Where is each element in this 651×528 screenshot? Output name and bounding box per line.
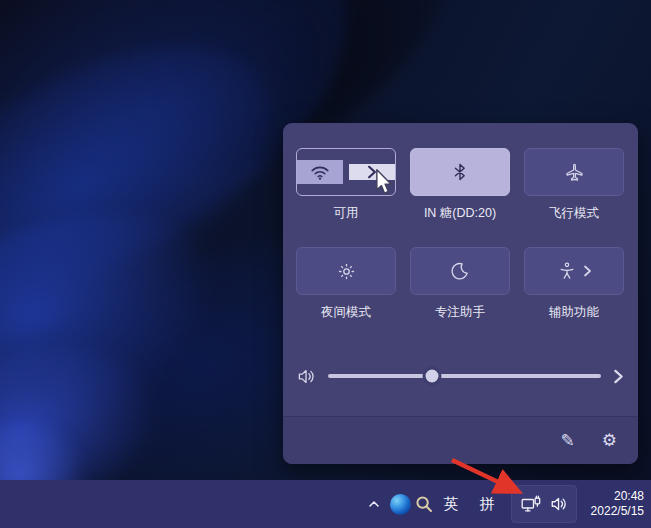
all-settings-gear-button[interactable]: ⚙ bbox=[602, 432, 617, 449]
tray-speaker-icon bbox=[550, 495, 568, 513]
volume-row bbox=[283, 363, 638, 389]
wifi-toggle-button[interactable] bbox=[297, 160, 343, 184]
wifi-icon bbox=[309, 161, 331, 183]
accessibility-tile[interactable] bbox=[524, 247, 624, 295]
tile-cell-focus-assist: 专注助手 bbox=[410, 247, 510, 321]
clock-time: 20:48 bbox=[591, 489, 644, 504]
bluetooth-tile-label: IN 糖(DD:20) bbox=[424, 205, 496, 222]
clock-date: 2022/5/15 bbox=[591, 504, 644, 519]
ime-mode-button[interactable]: 拼 bbox=[474, 480, 500, 528]
edge-icon bbox=[390, 494, 411, 515]
ime-language-button[interactable]: 英 bbox=[438, 480, 464, 528]
chevron-up-icon bbox=[366, 496, 382, 512]
airplane-mode-tile[interactable] bbox=[524, 148, 624, 196]
taskbar-clock[interactable]: 20:48 2022/5/15 bbox=[591, 480, 644, 528]
wifi-expand-button[interactable] bbox=[349, 164, 395, 180]
moon-icon bbox=[450, 261, 470, 281]
chevron-right-icon bbox=[366, 165, 378, 179]
volume-expand-chevron-icon[interactable] bbox=[613, 369, 624, 384]
edit-quick-settings-button[interactable]: ✎ bbox=[561, 432, 575, 449]
night-light-tile[interactable] bbox=[296, 247, 396, 295]
tile-cell-night-light: 夜间模式 bbox=[296, 247, 396, 321]
desktop: 可用 IN 糖(DD:20) 飞行模式 bbox=[0, 0, 651, 528]
quick-settings-tiles: 可用 IN 糖(DD:20) 飞行模式 bbox=[283, 123, 638, 321]
quick-settings-panel: 可用 IN 糖(DD:20) 飞行模式 bbox=[283, 123, 638, 464]
tile-cell-bluetooth: IN 糖(DD:20) bbox=[410, 148, 510, 222]
accessibility-icon bbox=[557, 261, 577, 281]
sun-icon bbox=[336, 261, 357, 282]
night-light-tile-label: 夜间模式 bbox=[321, 304, 371, 321]
system-tray-button[interactable] bbox=[511, 485, 577, 523]
volume-slider-track bbox=[328, 374, 601, 378]
chevron-right-icon bbox=[583, 265, 592, 277]
tile-cell-accessibility: 辅助功能 bbox=[524, 247, 624, 321]
search-icon bbox=[414, 494, 434, 514]
airplane-icon bbox=[564, 162, 585, 183]
focus-assist-tile-label: 专注助手 bbox=[435, 304, 485, 321]
network-icon bbox=[521, 495, 541, 513]
wifi-tile bbox=[296, 148, 396, 196]
focus-assist-tile[interactable] bbox=[410, 247, 510, 295]
volume-slider[interactable] bbox=[328, 363, 601, 389]
bluetooth-icon bbox=[450, 161, 470, 183]
tile-cell-wifi: 可用 bbox=[296, 148, 396, 222]
speaker-icon bbox=[297, 367, 316, 386]
wifi-tile-label: 可用 bbox=[334, 205, 359, 222]
bluetooth-tile[interactable] bbox=[410, 148, 510, 196]
taskbar: 英 拼 20:48 2022/5/15 bbox=[0, 480, 651, 528]
volume-slider-thumb[interactable] bbox=[422, 367, 441, 386]
airplane-mode-tile-label: 飞行模式 bbox=[549, 205, 599, 222]
accessibility-tile-label: 辅助功能 bbox=[549, 304, 599, 321]
search-button[interactable] bbox=[412, 480, 436, 528]
tile-cell-airplane: 飞行模式 bbox=[524, 148, 624, 222]
tray-overflow-button[interactable] bbox=[362, 480, 386, 528]
quick-settings-footer: ✎ ⚙ bbox=[283, 416, 638, 464]
edge-browser-button[interactable] bbox=[388, 480, 412, 528]
